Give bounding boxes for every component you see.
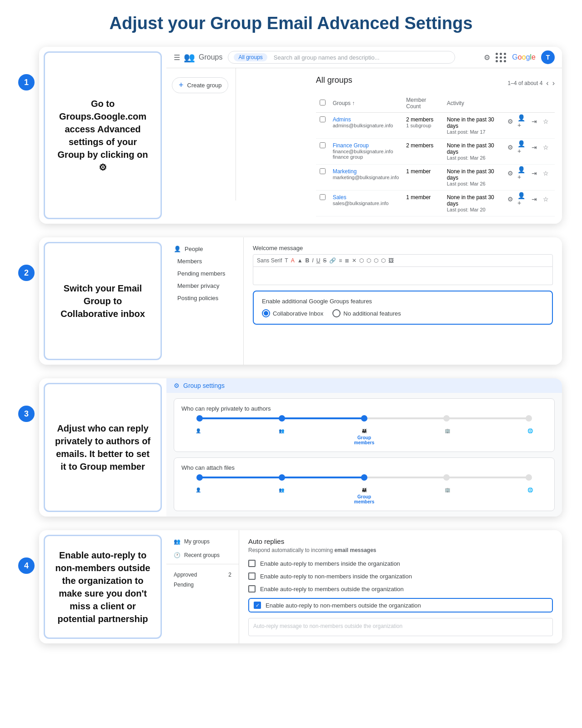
checkbox-members-outside[interactable] (248, 585, 256, 592)
align-left-icon[interactable]: ⬡ (359, 257, 364, 264)
checkbox-members-inside[interactable] (248, 560, 256, 567)
sign-in-icon[interactable]: ⇥ (529, 116, 539, 126)
sign-in-icon[interactable]: ⇥ (529, 142, 539, 152)
settings-row-icon[interactable]: ⚙ (506, 142, 516, 152)
activity-finance: None in the past 30 days (447, 142, 498, 155)
prev-page-icon[interactable]: ‹ (546, 79, 548, 87)
slider-dot-3-active[interactable] (361, 415, 367, 422)
slider-dot-1 (196, 415, 203, 422)
star-icon[interactable]: ☆ (541, 116, 551, 126)
create-group-button[interactable]: + Create group (172, 77, 228, 93)
activity-sales: None in the past 30 days (447, 194, 498, 207)
count-approved: Approved 2 (174, 570, 231, 580)
image-icon[interactable]: 🖼 (388, 257, 394, 264)
row-checkbox-admins[interactable] (320, 116, 326, 122)
apps-grid-icon[interactable] (496, 53, 507, 62)
link-icon[interactable]: 🔗 (329, 257, 336, 264)
approved-count: 2 (228, 572, 231, 578)
groups-screenshot: ☰ 👥 Groups All groups Search all group n… (166, 47, 562, 224)
row-checkbox-sales[interactable] (320, 194, 326, 200)
col-actions (502, 94, 555, 113)
step-4-text: Enable auto-reply to non-members outside… (44, 535, 162, 639)
my-groups-icon: 👥 (174, 538, 181, 545)
row-checkbox-marketing[interactable] (320, 168, 326, 174)
table-row: Finance Group finance@bulksignature.info… (316, 139, 555, 165)
settings-row-icon[interactable]: ⚙ (506, 194, 516, 204)
align-center-icon[interactable]: ⬡ (366, 257, 371, 264)
col-checkbox[interactable] (316, 94, 329, 113)
underline-icon[interactable]: U (316, 257, 321, 264)
list-ul-icon[interactable]: ≣ (345, 257, 349, 264)
sidebar-item-privacy[interactable]: Member privacy (166, 280, 243, 292)
add-member-icon[interactable]: 👤+ (517, 168, 527, 178)
bold-icon[interactable]: B (306, 257, 310, 264)
auto-reply-message-input[interactable]: Auto-reply message to non-members outsid… (248, 618, 553, 636)
highlight-icon[interactable]: ▲ (297, 257, 303, 264)
sign-in-icon[interactable]: ⇥ (529, 194, 539, 204)
group-name-marketing[interactable]: Marketing (333, 168, 399, 175)
row-checkbox-finance[interactable] (320, 142, 326, 148)
people-icon: 👤 (174, 246, 181, 252)
checkbox-nonmembers-outside[interactable] (254, 602, 261, 609)
checkbox-row-4-highlighted: Enable auto-reply to non-members outside… (248, 598, 553, 613)
font-size-icon[interactable]: T (285, 257, 288, 264)
lastpost-sales: Last post: Mar 20 (447, 207, 498, 212)
star-icon[interactable]: ☆ (541, 142, 551, 152)
settings-row-icon[interactable]: ⚙ (506, 168, 516, 178)
italic-icon[interactable]: I (312, 257, 313, 264)
align-right-icon[interactable]: ⬡ (374, 257, 378, 264)
font-selector[interactable]: Sans Serif (257, 257, 282, 264)
col-activity: Activity (443, 94, 502, 113)
checkbox-row-4: Enable auto-reply to non-members outside… (254, 602, 547, 609)
group-name-finance[interactable]: Finance Group (333, 142, 399, 149)
group-name-admins[interactable]: Admins (333, 116, 399, 123)
who-can-attach-title: Who can attach files (181, 464, 547, 471)
row-actions-marketing: ⚙ 👤+ ⇥ ☆ (506, 168, 551, 178)
person-icon: 👤 (196, 428, 201, 433)
sidebar-item-recent-groups[interactable]: 🕐 Recent groups (166, 548, 239, 562)
radio-dot-no-features[interactable] (332, 309, 341, 317)
auto-main: Auto replies Respond automatically to in… (239, 530, 562, 643)
group-name-sales[interactable]: Sales (333, 194, 399, 201)
list-ol-icon[interactable]: ≡ (339, 257, 342, 264)
groups-search-bar[interactable]: All groups Search all group names and de… (228, 51, 455, 64)
add-member-icon[interactable]: 👤+ (517, 194, 527, 204)
strikethrough-icon[interactable]: S (323, 257, 326, 264)
text-color-icon[interactable]: A (291, 257, 295, 264)
sidebar-item-my-groups[interactable]: 👥 My groups (166, 535, 239, 548)
select-all-checkbox[interactable] (320, 100, 326, 105)
sidebar-item-members[interactable]: Members (166, 255, 243, 267)
settings-row-icon[interactable]: ⚙ (506, 116, 516, 126)
star-icon[interactable]: ☆ (541, 168, 551, 178)
step-1-container: 1 Go to Groups.Google.com access Advance… (18, 47, 564, 224)
slider-dot-attach-3-active[interactable] (361, 474, 367, 481)
search-all-groups-pill[interactable]: All groups (234, 53, 267, 61)
features-box-title: Enable additional Google Groups features (262, 298, 544, 305)
add-member-icon[interactable]: 👤+ (517, 116, 527, 126)
checkbox-nonmembers-inside[interactable] (248, 572, 256, 580)
star-icon[interactable]: ☆ (541, 194, 551, 204)
sidebar-item-pending[interactable]: Pending members (166, 267, 243, 280)
attach-group-icon: 👨‍👩‍👧 (361, 487, 367, 492)
clear-format-icon[interactable]: ✕ (352, 257, 356, 264)
add-member-icon[interactable]: 👤+ (517, 142, 527, 152)
topbar-right: ⚙ Google T (484, 50, 555, 64)
radio-no-features[interactable]: No additional features (332, 309, 401, 317)
groups-topbar: ☰ 👥 Groups All groups Search all group n… (166, 47, 562, 68)
align-justify-icon[interactable]: ⬡ (381, 257, 386, 264)
user-avatar[interactable]: T (541, 50, 555, 64)
radio-dot-collaborative[interactable] (262, 309, 270, 317)
next-page-icon[interactable]: › (552, 79, 555, 87)
lastpost-marketing: Last post: Mar 26 (447, 181, 498, 186)
radio-collaborative-inbox[interactable]: Collaborative Inbox (262, 309, 323, 317)
settings-icon[interactable]: ⚙ (484, 53, 490, 62)
checkbox-label-2: Enable auto-reply to non-members inside … (260, 573, 412, 580)
sign-in-icon[interactable]: ⇥ (529, 168, 539, 178)
checkbox-label-1: Enable auto-reply to members inside the … (260, 560, 400, 567)
hamburger-icon[interactable]: ☰ (174, 53, 180, 62)
rich-text-toolbar[interactable]: Sans Serif T A ▲ B I U S 🔗 ≡ ≣ ✕ ⬡ ⬡ (253, 254, 553, 267)
checkbox-row-1: Enable auto-reply to members inside the … (248, 560, 553, 567)
activity-marketing: None in the past 30 days (447, 168, 498, 181)
step-4-card: Enable auto-reply to non-members outside… (39, 530, 562, 643)
sidebar-item-posting[interactable]: Posting policies (166, 292, 243, 304)
